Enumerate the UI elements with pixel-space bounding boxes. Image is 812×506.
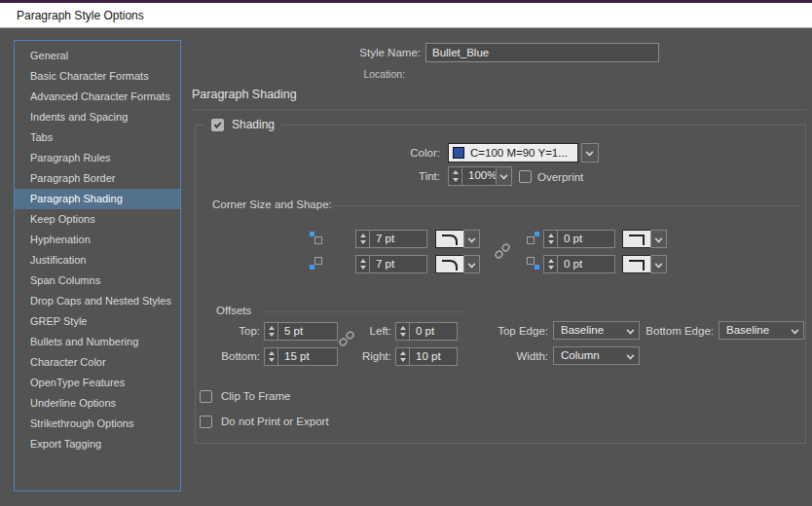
shading-checkbox[interactable] [211, 119, 224, 131]
corner-bottom-left-shape-dropdown[interactable] [463, 255, 480, 273]
offset-right-stepper[interactable] [395, 347, 410, 366]
sidebar-item-advanced-character-formats[interactable]: Advanced Character Formats [15, 87, 180, 107]
chevron-down-icon [499, 172, 507, 180]
caret-down-icon [360, 266, 366, 270]
corner-top-right-stepper[interactable] [543, 230, 558, 248]
corner-bottom-right-shape-button[interactable] [622, 255, 651, 273]
corner-top-left-field[interactable]: 7 pt [369, 230, 427, 248]
shading-legend: Shading [204, 117, 281, 132]
caret-up-icon [548, 259, 554, 263]
chevron-down-icon [627, 352, 635, 360]
tint-dropdown-button[interactable] [496, 166, 512, 186]
corner-top-right-field[interactable]: 0 pt [557, 230, 615, 248]
chevron-down-icon [792, 327, 799, 335]
caret-up-icon [360, 234, 366, 237]
corner-top-right-shape-button[interactable] [622, 230, 651, 248]
corner-bottom-right-field[interactable]: 0 pt [557, 255, 615, 273]
sidebar-item-indents-and-spacing[interactable]: Indents and Spacing [15, 107, 180, 127]
unlink-icon[interactable] [495, 243, 510, 259]
offset-right-label: Right: [321, 347, 391, 366]
corner-bottom-left-shape-button[interactable] [435, 255, 464, 273]
sidebar-item-hyphenation[interactable]: Hyphenation [15, 230, 180, 250]
caret-down-icon [548, 240, 554, 244]
sidebar-item-paragraph-border[interactable]: Paragraph Border [15, 168, 180, 189]
title-bar: Paragraph Style Options [0, 0, 812, 28]
sidebar-item-strikethrough-options[interactable]: Strikethrough Options [15, 414, 180, 434]
sidebar-item-opentype-features[interactable]: OpenType Features [15, 373, 180, 393]
sidebar-item-drop-caps-nested-styles[interactable]: Drop Caps and Nested Styles [15, 291, 180, 311]
do-not-print-checkbox[interactable] [200, 416, 212, 428]
color-label: Color: [370, 144, 440, 163]
square-corner-icon [628, 233, 646, 245]
sidebar-item-underline-options[interactable]: Underline Options [15, 393, 180, 414]
clip-to-frame-label: Clip To Frame [221, 387, 290, 406]
check-icon [214, 121, 221, 127]
style-name-label: Style Name: [331, 44, 421, 62]
corner-bottom-right-stepper[interactable] [543, 255, 558, 273]
offset-top-stepper[interactable] [264, 322, 278, 341]
color-swatch-icon [453, 147, 464, 159]
sidebar-item-export-tagging[interactable]: Export Tagging [15, 434, 180, 454]
sidebar-item-character-color[interactable]: Character Color [15, 352, 180, 373]
offset-left-stepper[interactable] [395, 322, 410, 341]
width-label: Width: [467, 347, 548, 366]
offsets-section-title: Offsets [216, 305, 251, 316]
sidebar-item-grep-style[interactable]: GREP Style [15, 311, 180, 332]
corner-bottom-left-field[interactable]: 7 pt [369, 255, 427, 273]
sidebar-item-general[interactable]: General [15, 46, 180, 66]
offset-bottom-stepper[interactable] [264, 347, 278, 366]
tint-stepper[interactable] [448, 166, 462, 186]
sidebar-item-paragraph-rules[interactable]: Paragraph Rules [15, 148, 180, 168]
offset-left-field[interactable]: 0 pt [409, 322, 458, 341]
chevron-down-icon [467, 261, 475, 269]
top-edge-dropdown[interactable]: Baseline [553, 321, 640, 340]
caret-down-icon [548, 266, 554, 270]
panel-title: Paragraph Shading [192, 88, 297, 101]
top-edge-value: Baseline [561, 324, 604, 336]
tint-field[interactable]: 100% [461, 166, 497, 186]
width-dropdown[interactable]: Column [553, 346, 640, 365]
chevron-down-icon [467, 235, 475, 243]
corner-bottom-left-icon [310, 257, 322, 270]
location-label: Location: [341, 68, 405, 80]
chevron-down-icon [586, 149, 594, 157]
offset-left-label: Left: [321, 322, 391, 341]
do-not-print-label: Do not Print or Export [221, 413, 329, 431]
bottom-edge-label: Bottom Edge: [628, 322, 714, 341]
caret-up-icon [548, 234, 554, 237]
corner-section-title: Corner Size and Shape: [212, 199, 332, 210]
caret-down-icon [453, 178, 459, 182]
sidebar-item-paragraph-shading[interactable]: Paragraph Shading [15, 189, 180, 209]
paragraph-style-options-dialog: Paragraph Style Options General Basic Ch… [0, 0, 812, 506]
offset-right-field[interactable]: 10 pt [409, 347, 458, 366]
corner-bottom-left-stepper[interactable] [355, 255, 370, 273]
sidebar-item-basic-character-formats[interactable]: Basic Character Formats [15, 66, 180, 87]
sidebar-item-justification[interactable]: Justification [15, 250, 180, 271]
corner-bottom-right-shape-dropdown[interactable] [650, 255, 667, 273]
caret-up-icon [453, 170, 459, 174]
rounded-corner-icon [441, 258, 459, 271]
color-value: C=100 M=90 Y=1... [470, 147, 568, 159]
style-name-input[interactable] [425, 43, 659, 62]
corner-top-left-shape-dropdown[interactable] [463, 230, 480, 248]
sidebar-item-bullets-and-numbering[interactable]: Bullets and Numbering [15, 332, 180, 352]
corner-top-left-shape-button[interactable] [435, 230, 464, 248]
overprint-checkbox[interactable] [519, 170, 532, 183]
sidebar-item-span-columns[interactable]: Span Columns [15, 271, 180, 291]
chevron-down-icon [654, 235, 662, 243]
color-dropdown[interactable]: C=100 M=90 Y=1... [448, 143, 578, 163]
offset-top-label: Top: [190, 322, 260, 341]
square-corner-icon [628, 258, 646, 271]
clip-to-frame-checkbox[interactable] [200, 390, 212, 403]
corner-top-right-shape-dropdown[interactable] [650, 230, 667, 248]
corner-top-right-icon [527, 232, 539, 244]
sidebar-item-tabs[interactable]: Tabs [15, 127, 180, 148]
overprint-label: Overprint [537, 168, 583, 187]
corner-top-left-icon [310, 232, 322, 244]
corner-top-left-stepper[interactable] [355, 230, 370, 248]
bottom-edge-dropdown[interactable]: Baseline [719, 321, 804, 340]
sidebar-item-keep-options[interactable]: Keep Options [15, 209, 180, 230]
color-dropdown-button[interactable] [581, 143, 599, 163]
heading-separator [190, 109, 806, 110]
corner-section-line [326, 205, 800, 206]
